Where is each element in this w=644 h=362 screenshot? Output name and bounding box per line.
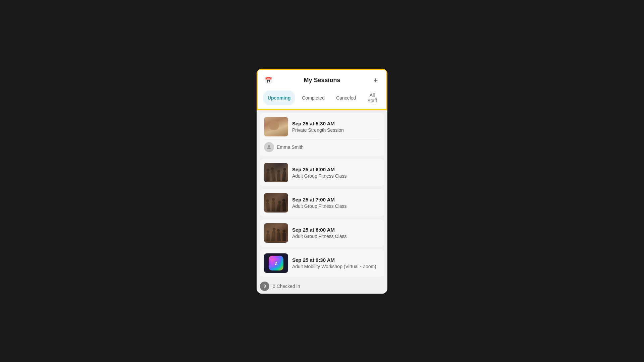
fitness-thumbnail bbox=[264, 223, 288, 243]
add-session-button[interactable]: + bbox=[370, 75, 381, 86]
session-info: Sep 25 at 6:00 AM Adult Group Fitness Cl… bbox=[292, 167, 380, 179]
session-info: Sep 25 at 9:30 AM Adult Mobility Worksho… bbox=[292, 257, 380, 269]
modal-container: 📅 My Sessions + Upcoming Completed Cance… bbox=[257, 69, 387, 294]
session-name: Adult Group Fitness Class bbox=[292, 234, 380, 239]
person-silhouette bbox=[277, 203, 281, 211]
session-card[interactable]: Sep 25 at 7:00 AM Adult Group Fitness Cl… bbox=[260, 189, 384, 217]
session-name: Private Strength Session bbox=[292, 127, 380, 133]
person-silhouette bbox=[266, 202, 270, 211]
session-thumbnail bbox=[264, 193, 288, 213]
session-card[interactable]: Z Sep 25 at 9:30 AM Adult Mobility Works… bbox=[260, 249, 384, 277]
header: 📅 My Sessions + Upcoming Completed Cance… bbox=[257, 69, 387, 110]
session-time: Sep 25 at 9:30 AM bbox=[292, 257, 380, 263]
person-silhouette bbox=[266, 172, 270, 181]
session-thumbnail bbox=[264, 223, 288, 243]
session-time: Sep 25 at 5:30 AM bbox=[292, 121, 380, 126]
plus-icon: + bbox=[374, 76, 378, 85]
sessions-list: Sep 25 at 5:30 AM Private Strength Sessi… bbox=[257, 110, 387, 294]
session-thumbnail bbox=[264, 117, 288, 136]
fitness-thumbnail bbox=[264, 163, 288, 182]
person-silhouette bbox=[277, 232, 281, 241]
session-main-row: Sep 25 at 5:30 AM Private Strength Sessi… bbox=[264, 117, 380, 136]
person-silhouette bbox=[272, 201, 275, 211]
person-silhouette bbox=[282, 171, 286, 181]
fitness-people bbox=[264, 223, 288, 243]
calendar-button[interactable]: 📅 bbox=[263, 75, 274, 86]
tab-completed[interactable]: Completed bbox=[297, 90, 329, 105]
session-time: Sep 25 at 7:00 AM bbox=[292, 197, 380, 202]
session-main-row: Sep 25 at 6:00 AM Adult Group Fitness Cl… bbox=[264, 163, 380, 182]
session-name: Adult Mobility Workshop (Virtual - Zoom) bbox=[292, 264, 380, 269]
person-silhouette bbox=[271, 230, 275, 241]
checked-in-row: 3 0 Checked in bbox=[257, 280, 387, 294]
session-card[interactable]: Sep 25 at 6:00 AM Adult Group Fitness Cl… bbox=[260, 159, 384, 186]
tab-canceled[interactable]: Canceled bbox=[331, 90, 361, 105]
person-silhouette bbox=[271, 170, 276, 181]
session-info: Sep 25 at 5:30 AM Private Strength Sessi… bbox=[292, 121, 380, 133]
participant-name: Emma Smith bbox=[277, 144, 304, 150]
person-silhouette bbox=[282, 201, 286, 211]
session-main-row: Sep 25 at 7:00 AM Adult Group Fitness Cl… bbox=[264, 193, 380, 213]
session-name: Adult Group Fitness Class bbox=[292, 173, 380, 179]
session-time: Sep 25 at 6:00 AM bbox=[292, 167, 380, 172]
person-silhouette bbox=[277, 173, 280, 181]
person-silhouette bbox=[282, 233, 286, 241]
checked-in-label: 0 Checked in bbox=[273, 284, 300, 289]
session-thumbnail bbox=[264, 163, 288, 182]
session-card[interactable]: Sep 25 at 5:30 AM Private Strength Sessi… bbox=[260, 113, 384, 156]
participant-row: Emma Smith bbox=[264, 139, 380, 152]
fitness-thumbnail bbox=[264, 193, 288, 213]
fitness-people bbox=[264, 193, 288, 213]
tab-upcoming[interactable]: Upcoming bbox=[263, 90, 295, 105]
session-name: Adult Group Fitness Class bbox=[292, 203, 380, 209]
zoom-logo: Z bbox=[271, 258, 281, 268]
zoom-icon: Z bbox=[269, 256, 283, 270]
participant-avatar bbox=[264, 142, 274, 152]
svg-text:Z: Z bbox=[275, 261, 278, 266]
session-main-row: Sep 25 at 8:00 AM Adult Group Fitness Cl… bbox=[264, 223, 380, 243]
session-card[interactable]: Sep 25 at 8:00 AM Adult Group Fitness Cl… bbox=[260, 219, 384, 247]
user-icon bbox=[266, 144, 272, 150]
session-info: Sep 25 at 8:00 AM Adult Group Fitness Cl… bbox=[292, 227, 380, 239]
session-time: Sep 25 at 8:00 AM bbox=[292, 227, 380, 233]
zoom-thumbnail: Z bbox=[264, 253, 288, 273]
svg-point-0 bbox=[268, 145, 270, 147]
page-title: My Sessions bbox=[274, 77, 370, 84]
fitness-people bbox=[264, 163, 288, 182]
calendar-icon: 📅 bbox=[265, 77, 272, 84]
tabs-row: Upcoming Completed Canceled All Staff bbox=[263, 90, 381, 105]
session-thumbnail: Z bbox=[264, 253, 288, 273]
session-info: Sep 25 at 7:00 AM Adult Group Fitness Cl… bbox=[292, 197, 380, 209]
session-main-row: Z Sep 25 at 9:30 AM Adult Mobility Works… bbox=[264, 253, 380, 273]
checked-in-badge: 3 bbox=[260, 282, 269, 291]
header-top: 📅 My Sessions + bbox=[263, 75, 381, 86]
strength-thumbnail bbox=[264, 117, 288, 136]
tab-all-staff[interactable]: All Staff bbox=[363, 90, 382, 105]
person-silhouette bbox=[266, 233, 270, 241]
